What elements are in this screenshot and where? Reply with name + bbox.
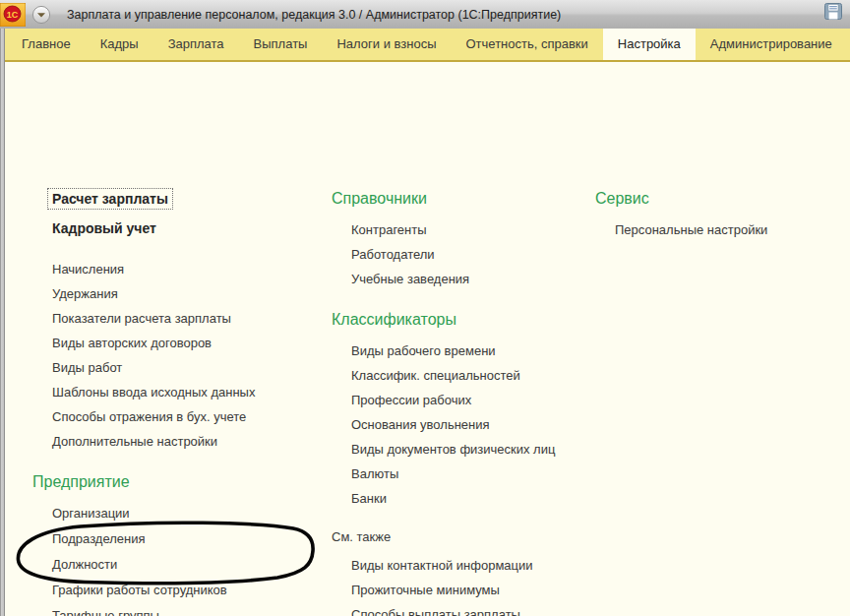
menu-link[interactable]: Виды контактной информации (332, 553, 597, 578)
menu-link[interactable]: Расчет зарплаты (32, 184, 328, 214)
menu-column-right: СервисПерсональные настройки (595, 184, 831, 256)
app-window: 1С Зарплата и управление персоналом, ред… (0, 0, 850, 616)
menu-link[interactable]: Учебные заведения (332, 267, 597, 291)
menu-link[interactable]: Графики работы сотрудников (32, 578, 328, 603)
menu-link[interactable]: Удержания (32, 281, 328, 306)
menu-link[interactable]: Показатели расчета зарплаты (32, 306, 328, 331)
menu-link[interactable]: Дополнительные настройки (32, 429, 328, 454)
menu-link[interactable]: Организации (32, 501, 328, 526)
section-tabbar: ГлавноеКадрыЗарплатаВыплатыНалоги и взно… (5, 29, 850, 62)
window-title: Зарплата и управление персоналом, редакц… (67, 8, 561, 22)
menu-link[interactable]: Персональные настройки (595, 217, 831, 242)
tab-main[interactable]: Главное (7, 29, 86, 60)
menu-link[interactable]: Прожиточные минимумы (332, 578, 597, 602)
menu-link[interactable]: Виды работ (32, 355, 328, 380)
group-header: Сервис (595, 184, 831, 214)
focused-menu-link[interactable]: Расчет зарплаты (47, 188, 173, 210)
tab-payments[interactable]: Выплаты (239, 29, 323, 60)
menu-link[interactable]: Основания увольнения (332, 412, 597, 437)
tab-settings[interactable]: Настройка (603, 29, 696, 60)
group-header: Классификаторы (332, 305, 597, 335)
tab-salary[interactable]: Зарплата (153, 29, 239, 60)
menu-link[interactable]: Кадровый учет (32, 214, 328, 243)
menu-link[interactable]: Должности (32, 552, 328, 578)
tab-personnel[interactable]: Кадры (86, 29, 153, 60)
menu-link[interactable]: Валюты (332, 462, 597, 486)
main-menu-button[interactable] (31, 5, 51, 25)
tab-taxes[interactable]: Налоги и взносы (322, 29, 451, 60)
menu-link[interactable]: Виды документов физических лиц (332, 437, 597, 462)
group-header: Предприятие (32, 467, 328, 497)
menu-link[interactable]: Виды авторских договоров (32, 331, 328, 355)
tab-reports[interactable]: Отчетность, справки (452, 29, 603, 60)
menu-link[interactable]: Профессии рабочих (332, 388, 597, 412)
menu-link[interactable]: Способы отражения в бух. учете (32, 404, 328, 429)
menu-link[interactable]: Способы выплаты зарплаты (332, 602, 597, 616)
menu-link[interactable]: Начисления (32, 257, 328, 281)
menu-link[interactable]: Подразделения (32, 526, 328, 552)
group-header: См. также (332, 524, 597, 549)
menu-column-left: Расчет зарплатыКадровый учетНачисленияУд… (32, 184, 328, 616)
menu-link[interactable]: Контрагенты (332, 217, 597, 242)
menu-link[interactable]: Шаблоны ввода исходных данных (32, 380, 328, 404)
menu-link[interactable]: Тарифные группы (32, 603, 328, 616)
menu-link[interactable]: Работодатели (332, 242, 597, 267)
menu-link[interactable]: Виды рабочего времени (332, 339, 597, 363)
menu-link[interactable]: Банки (332, 486, 597, 511)
svg-text:1С: 1С (7, 9, 19, 19)
1c-logo-icon: 1С (0, 3, 26, 27)
menu-link[interactable]: Классифик. специальностей (332, 363, 597, 388)
menu-column-middle: СправочникиКонтрагентыРаботодателиУчебны… (332, 184, 597, 616)
settings-section-panel: Расчет зарплатыКадровый учетНачисленияУд… (5, 62, 850, 616)
tab-administration[interactable]: Администрирование (696, 29, 847, 60)
group-header: Справочники (332, 184, 597, 214)
save-icon[interactable] (824, 3, 842, 20)
title-bar: 1С Зарплата и управление персоналом, ред… (0, 0, 850, 30)
